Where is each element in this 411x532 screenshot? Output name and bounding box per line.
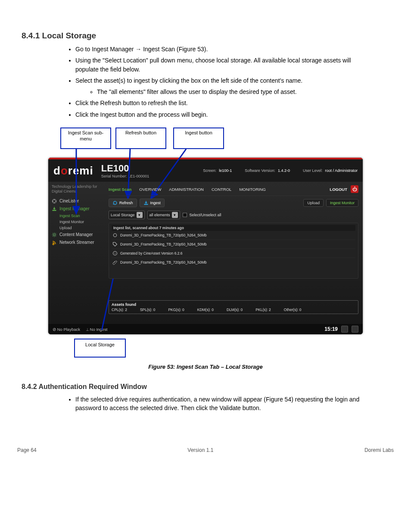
assets-counts: CPL(s): 2 SPL(s): 0 PKG(s): 0 KDM(s): 0 …	[112, 308, 355, 312]
footer-version: Version 1.1	[187, 447, 213, 453]
screen-info: Screen:le100-1	[203, 168, 232, 173]
refresh-label: Refresh	[119, 201, 133, 205]
svg-point-12	[113, 233, 117, 237]
subsection-list: If the selected drive requires authentic…	[75, 395, 394, 413]
model-block: LE100 Serial Number: LE1-000001	[101, 163, 149, 178]
tab-overview[interactable]: OVERVIEW	[139, 187, 161, 192]
sidebar-item-cinelister[interactable]: CineLister	[52, 197, 101, 205]
callout-local-storage: Local Storage	[74, 339, 126, 358]
asset-name: Generated by CineAsset Version 6.2.6	[120, 251, 183, 255]
flag-icon[interactable]	[352, 326, 358, 333]
logout-button[interactable]: LOGOUT	[330, 187, 347, 192]
upload-button[interactable]: Upload	[303, 199, 324, 207]
list-item: Using the "Select Location" pull down me…	[75, 56, 368, 74]
section-heading: 8.4.1 Local Storage	[22, 31, 394, 40]
list-item: Click the Ingest button and the process …	[75, 110, 368, 119]
rss-icon	[52, 240, 57, 245]
logo: doremi	[53, 164, 93, 177]
asset-row[interactable]: Doremi_3D_FramePacking_TB_720p50_h264_50…	[112, 240, 355, 249]
asset-list: Ingest list, scanned about 7 minutes ago…	[109, 223, 358, 279]
user-info: User Level:root / Administrator	[303, 168, 358, 173]
refresh-button[interactable]: Refresh	[109, 199, 137, 207]
ingest-icon	[143, 200, 149, 205]
footer-company: Doremi Labs	[364, 447, 394, 453]
asset-row[interactable]: Doremi_3D_FramePacking_TB_720p50_h264_50…	[112, 258, 355, 267]
sidebar-sub-ingest-monitor[interactable]: Ingest Monitor	[59, 219, 101, 225]
list-item: Click the Refresh button to refresh the …	[75, 99, 368, 107]
svg-point-8	[53, 201, 53, 202]
sidebar-item-content-manager[interactable]: Content Manager	[52, 231, 101, 239]
tab-monitoring[interactable]: MONITORING	[239, 187, 266, 192]
count-pkg: PKG(s): 0	[168, 308, 184, 312]
info-icon: i	[112, 251, 118, 256]
ingest-monitor-button[interactable]: Ingest Monitor	[326, 199, 358, 207]
chevron-down-icon: ▾	[137, 212, 143, 218]
count-kdm: KDM(s): 0	[197, 308, 214, 312]
location-select[interactable]: Local Storage ▾	[109, 211, 145, 219]
count-other: Other(s): 0	[284, 308, 302, 312]
count-pkl: PKL(s): 2	[255, 308, 271, 312]
logo-part: o	[61, 164, 68, 177]
figure-wrap: doremi LE100 Serial Number: LE1-000001 S…	[48, 158, 363, 370]
sidebar-item-network-streamer[interactable]: Network Streamer	[52, 239, 101, 246]
figure-caption: Figure 53: Ingest Scan Tab – Local Stora…	[48, 364, 363, 370]
ingest-label: Ingest	[150, 201, 161, 205]
page-footer: Page 64 Version 1.1 Doremi Labs	[17, 447, 394, 453]
logo-part: d	[53, 164, 61, 177]
asset-name: Doremi_3D_FramePacking_TB_720p50_h264_50…	[120, 233, 207, 237]
svg-point-6	[55, 201, 56, 202]
select-all-checkbox[interactable]	[183, 213, 187, 217]
sw-info: Software Version:1.4.2-0	[245, 168, 290, 173]
asset-row[interactable]: i Generated by CineAsset Version 6.2.6	[112, 249, 355, 258]
screenshot: doremi LE100 Serial Number: LE1-000001 S…	[48, 158, 363, 334]
gear-icon	[52, 232, 57, 237]
ingest-button[interactable]: Ingest	[140, 199, 165, 207]
toolbar: Refresh Ingest Upload Ingest Monitor	[109, 199, 358, 207]
location-value: Local Storage	[111, 213, 135, 217]
sidebar: Technology Leadership for Digital Cinema…	[48, 182, 104, 324]
select-all-label: Select/Unselect all	[190, 213, 221, 217]
tab-administration[interactable]: ADMINISTRATION	[169, 187, 204, 192]
count-spl: SPL(s): 0	[140, 308, 155, 312]
main-panel: Ingest Scan OVERVIEW ADMINISTRATION CONT…	[104, 182, 363, 324]
elements-select[interactable]: all elements ▾	[147, 211, 180, 219]
asset-name: Doremi_3D_FramePacking_TB_720p50_h264_50…	[120, 260, 207, 264]
svg-point-10	[53, 233, 56, 236]
instruction-list-sub: The "all elements" filter allows the use…	[75, 87, 394, 119]
clip-icon	[112, 260, 118, 265]
sidebar-item-label: Ingest Manager	[59, 206, 90, 211]
svg-rect-9	[53, 210, 56, 211]
keyboard-icon[interactable]	[341, 326, 348, 333]
serial-label: Serial Number: LE1-000001	[101, 174, 149, 178]
sidebar-item-label: CineLister	[59, 199, 79, 203]
sidebar-item-ingest-manager[interactable]: Ingest Manager	[52, 205, 101, 213]
asset-name: Doremi_3D_FramePacking_TB_720p50_h264_50…	[120, 242, 207, 246]
list-item: The "all elements" filter allows the use…	[97, 87, 368, 96]
tag-icon	[112, 242, 118, 247]
sidebar-sub-upload[interactable]: Upload	[59, 225, 101, 231]
sidebar-item-label: Content Manager	[59, 232, 93, 237]
subsection-heading: 8.4.2 Authentication Required Window	[22, 383, 394, 391]
reel-icon	[112, 233, 118, 238]
svg-point-5	[54, 199, 55, 200]
asset-row[interactable]: Doremi_3D_FramePacking_TB_720p50_h264_50…	[112, 231, 355, 240]
sidebar-sub-ingest-scan[interactable]: Ingest Scan	[59, 213, 101, 219]
tab-bar: Ingest Scan OVERVIEW ADMINISTRATION CONT…	[109, 184, 358, 196]
app-header: doremi LE100 Serial Number: LE1-000001 S…	[48, 159, 363, 182]
power-icon[interactable]: ⏻	[351, 185, 358, 193]
list-header: Ingest list, scanned about 7 minutes ago	[112, 225, 355, 231]
callout-refresh: Refresh button	[115, 128, 166, 149]
instruction-list: Go to Ingest Manager → Ingest Scan (Figu…	[75, 45, 394, 85]
list-item: Go to Ingest Manager → Ingest Scan (Figu…	[75, 45, 368, 53]
download-icon	[52, 206, 57, 212]
count-dlm: DLM(s): 0	[227, 308, 243, 312]
header-info: Screen:le100-1 Software Version:1.4.2-0 …	[203, 168, 358, 173]
count-cpl: CPL(s): 2	[112, 308, 127, 312]
svg-rect-11	[144, 204, 148, 205]
sidebar-item-label: Network Streamer	[59, 240, 94, 245]
tab-control[interactable]: CONTROL	[212, 187, 231, 192]
filter-row: Local Storage ▾ all elements ▾ Select/Un…	[109, 211, 358, 219]
status-bar: ⊘ No Playback ⟂ No Ingest 15:19	[48, 324, 363, 334]
assets-title: Assets found	[112, 302, 355, 307]
tab-ingest-scan[interactable]: Ingest Scan	[109, 187, 131, 192]
